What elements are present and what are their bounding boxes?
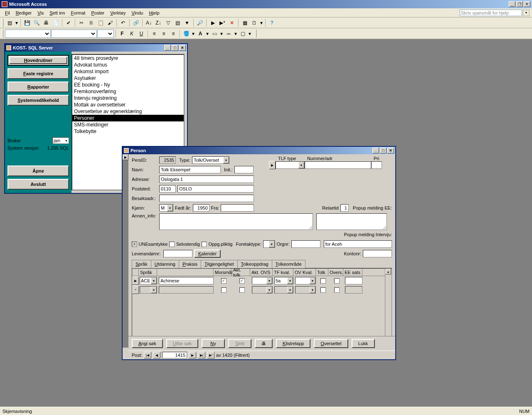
menu-vindu[interactable]: Vindu [129, 10, 146, 16]
ny-button[interactable]: Ny [202, 339, 225, 348]
list-item[interactable]: Mottak av oversettelser [72, 101, 184, 108]
menu-verktøy[interactable]: Verktøy [108, 10, 128, 16]
list-item[interactable]: 48 timers prosedyre [72, 55, 184, 62]
menu-poster[interactable]: Poster [89, 10, 107, 16]
besok-field[interactable] [159, 195, 254, 202]
new-akttolk-checkbox[interactable] [239, 287, 245, 293]
filter-toggle-icon[interactable]: ▼ [182, 18, 192, 27]
klistrelapp-button[interactable]: Klistrelapp [276, 339, 310, 348]
filter-sel-icon[interactable]: ▽ [163, 18, 172, 27]
bold-icon[interactable]: F [118, 29, 127, 38]
navn-field[interactable] [159, 166, 221, 173]
tab-tolkeområde[interactable]: Tolkeområde [272, 260, 305, 268]
list-item[interactable]: Fremkonoverføring [72, 88, 184, 95]
close-button[interactable]: ✕ [524, 1, 530, 7]
preview-icon[interactable]: 📄 [51, 18, 60, 27]
help-search-input[interactable] [460, 10, 522, 16]
object-selector[interactable] [5, 30, 51, 38]
undo-icon[interactable]: ↶ [118, 18, 128, 27]
tab-tolkeoppdrag[interactable]: Tolkeoppdrag [237, 260, 272, 268]
nav-prev-button[interactable]: ◀ [153, 352, 160, 358]
selvstendig-checkbox[interactable] [169, 242, 175, 247]
font-selector[interactable] [51, 30, 97, 38]
type-dropdown[interactable]: Tolk/Overset▼ [192, 156, 229, 164]
oversettel-button[interactable]: Oversettel [314, 339, 348, 348]
dropdown2-icon[interactable]: ▾ [259, 18, 264, 27]
subform-scrollbar[interactable]: ▲▼ [385, 269, 392, 336]
list-item[interactable]: Intervju registrering [72, 95, 184, 101]
init-field[interactable] [234, 166, 254, 173]
une-checkbox[interactable]: ▪ [132, 242, 137, 247]
line-width-icon[interactable]: ═ [224, 29, 233, 38]
overs-checkbox[interactable] [334, 278, 340, 284]
angi-sok-button[interactable]: Angi søk [132, 339, 163, 348]
menu-hjelp[interactable]: Hjelp [146, 10, 162, 16]
lukk-button[interactable]: Lukk [352, 339, 375, 348]
minimize-button[interactable]: _ [509, 1, 515, 7]
nav-new-button[interactable]: ▶* [207, 352, 214, 358]
kost-close-button[interactable]: ✕ [179, 45, 186, 51]
tab-utdanning[interactable]: Utdanning [151, 260, 179, 268]
dropdown3-icon[interactable]: ▾ [191, 29, 195, 38]
dropdown5-icon[interactable]: ▾ [219, 29, 224, 38]
persid-field[interactable] [159, 156, 176, 164]
list-item[interactable]: Tolkebytte [72, 128, 184, 135]
spell-icon[interactable]: ✔ [64, 18, 73, 27]
tfkval-dropdown[interactable]: 5a▼ [274, 277, 293, 284]
popup-ee-field[interactable] [316, 213, 387, 230]
foretaktype-dropdown[interactable]: ▼ [263, 240, 275, 248]
print-button[interactable]: 🖶 [255, 339, 273, 348]
align-right-icon[interactable]: ≡ [169, 29, 178, 38]
new-object-icon[interactable]: 🗋 [250, 18, 259, 27]
nav-current-field[interactable] [162, 352, 187, 358]
sprak-code-dropdown[interactable]: ACE▼ [140, 277, 157, 284]
nav-next-button[interactable]: ▶ [189, 352, 196, 358]
morsmal-checkbox[interactable]: ✓ [221, 278, 227, 284]
restore-button[interactable]: ❐ [516, 1, 523, 7]
nav-last-button[interactable]: ▶| [198, 352, 205, 358]
save-icon[interactable]: 💾 [22, 18, 32, 27]
person-titlebar[interactable]: Person _ □ ✕ [123, 147, 395, 154]
dropdown4-icon[interactable]: ▾ [205, 29, 209, 38]
tlf-type-dropdown[interactable]: ▼ [276, 161, 305, 169]
list-item[interactable]: Asylsøker [72, 75, 184, 82]
tolk-checkbox[interactable] [320, 278, 326, 284]
tlf-row-selector[interactable]: ▶ [269, 161, 276, 169]
special-effect-icon[interactable]: ▢ [238, 29, 247, 38]
person-maximize-button[interactable]: □ [380, 148, 387, 153]
rapporter-button[interactable]: Rapporter [7, 82, 69, 92]
nav-first-button[interactable]: |◀ [144, 352, 151, 358]
help-dropdown-icon[interactable]: ▾ [523, 10, 530, 16]
new-tfkval-dropdown[interactable]: ▼ [274, 286, 293, 294]
new-ovkval-dropdown[interactable]: ▼ [295, 286, 316, 294]
dropdown6-icon[interactable]: ▾ [234, 29, 238, 38]
format-painter-icon[interactable]: 🖌 [106, 18, 115, 27]
tab-praksis[interactable]: Praksis [179, 260, 201, 268]
oppg-checkbox[interactable] [202, 242, 207, 247]
list-item[interactable]: SMS-meldinger [72, 121, 184, 128]
new-code-dropdown[interactable]: ▼ [140, 286, 157, 294]
tlf-pri-field[interactable] [371, 161, 382, 169]
kost-maximize-button[interactable]: □ [172, 45, 178, 51]
aktovs-dropdown[interactable]: ▼ [252, 277, 273, 284]
ovkval-dropdown[interactable]: ▼ [295, 277, 316, 284]
list-item[interactable]: EE booking - Ny [72, 82, 184, 88]
leverandor-field[interactable] [163, 250, 192, 257]
copy-icon[interactable]: ⎘ [86, 18, 96, 27]
new-overs-checkbox[interactable] [334, 287, 340, 293]
new-eesats-field[interactable] [345, 286, 362, 294]
sort-asc-icon[interactable]: A↓ [144, 18, 153, 27]
new-tolk-checkbox[interactable] [320, 287, 326, 293]
kost-minimize-button[interactable]: _ [164, 45, 171, 51]
fra-field[interactable] [221, 204, 254, 212]
print-icon[interactable]: 🖶 [42, 18, 51, 27]
fontsize-selector[interactable] [97, 30, 114, 38]
eesats-field[interactable] [345, 277, 362, 284]
fill-color-icon[interactable]: 🪣 [182, 29, 191, 38]
adresse-field[interactable] [159, 175, 254, 183]
poststed-field[interactable] [177, 185, 254, 193]
popup-int-field[interactable] [324, 240, 392, 248]
hovedrutiner-button[interactable]: HHovedrutinerovedrutiner [7, 55, 69, 66]
faste-registre-button[interactable]: Faste registre [7, 68, 69, 79]
record-selector[interactable]: ▶ [123, 154, 128, 348]
